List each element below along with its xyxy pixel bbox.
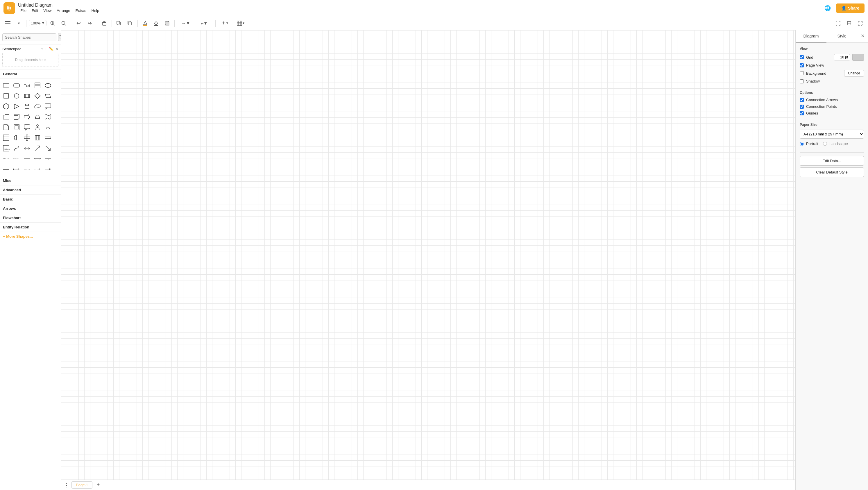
background-checkbox[interactable] — [800, 71, 804, 75]
zoom-in-button[interactable] — [48, 18, 58, 28]
category-entity-relation[interactable]: Entity Relation — [0, 223, 61, 232]
shape-arrow-right-up[interactable] — [33, 143, 42, 153]
tab-diagram[interactable]: Diagram — [796, 30, 827, 42]
shape-dotted-line[interactable] — [11, 154, 22, 164]
menu-edit[interactable]: Edit — [29, 8, 40, 13]
shape-process[interactable] — [22, 91, 32, 101]
shape-folder-tab[interactable] — [1, 112, 11, 122]
grid-color-box[interactable] — [852, 54, 864, 61]
shape-doc[interactable] — [1, 122, 11, 132]
shape-parallelogram[interactable] — [43, 91, 53, 101]
zoom-out-button[interactable] — [59, 18, 69, 28]
table-button[interactable]: ▼ — [234, 18, 248, 28]
category-arrows[interactable]: Arrows — [0, 204, 61, 213]
shape-trapezoid[interactable] — [33, 112, 42, 122]
shape-diamond[interactable] — [33, 91, 42, 101]
shape-rectangle[interactable] — [1, 81, 11, 90]
category-general[interactable]: General — [0, 69, 61, 79]
shape-solid-line[interactable] — [1, 164, 11, 174]
shape-square[interactable] — [1, 91, 11, 101]
shape-ellipse[interactable] — [43, 81, 53, 90]
shape-cross[interactable] — [22, 133, 32, 143]
landscape-radio[interactable] — [823, 142, 827, 146]
add-page-button[interactable]: + — [95, 482, 102, 489]
scratchpad-add-icon[interactable]: + — [45, 47, 47, 51]
line-color-button[interactable] — [151, 18, 161, 28]
guides-checkbox[interactable] — [800, 111, 804, 115]
insert-button[interactable]: + ▼ — [218, 18, 232, 28]
shape-circle[interactable] — [11, 91, 22, 101]
shape-simple-line[interactable] — [22, 154, 32, 164]
zoom-control[interactable]: 100% ▼ — [29, 20, 46, 26]
scratchpad-help-icon[interactable]: ? — [41, 47, 43, 51]
search-input[interactable] — [2, 33, 56, 41]
sidebar-toggle-button[interactable] — [3, 18, 13, 28]
category-advanced[interactable]: Advanced — [0, 185, 61, 195]
shape-line-connector[interactable] — [43, 154, 53, 164]
shape-narrow-rect[interactable] — [43, 133, 53, 143]
edit-data-button[interactable]: Edit Data... — [800, 156, 864, 166]
shape-hexagon[interactable] — [1, 101, 11, 111]
shape-callout[interactable] — [43, 101, 53, 111]
shape-frame[interactable] — [11, 122, 22, 132]
shape-double-arrow[interactable] — [22, 143, 32, 153]
page-tab[interactable]: Page-1 — [71, 481, 92, 489]
paper-size-select[interactable]: A4 (210 mm x 297 mm) A3 (297 mm x 420 mm… — [800, 130, 864, 139]
fullscreen-button[interactable] — [855, 18, 865, 28]
category-flowchart[interactable]: Flowchart — [0, 213, 61, 223]
clear-default-style-button[interactable]: Clear Default Style — [800, 167, 864, 177]
shape-half-circle-left[interactable] — [11, 133, 22, 143]
shape-bracket[interactable] — [33, 133, 42, 143]
menu-view[interactable]: View — [41, 8, 54, 13]
menu-extras[interactable]: Extras — [73, 8, 89, 13]
close-panel-button[interactable]: ✕ — [857, 30, 868, 42]
shape-dashed-line[interactable] — [1, 154, 11, 164]
grid-pt-input[interactable] — [834, 54, 850, 60]
shape-arc[interactable] — [43, 122, 53, 132]
shape-cube[interactable] — [11, 112, 22, 122]
grid-checkbox[interactable] — [800, 55, 804, 59]
shape-cloud[interactable] — [33, 101, 42, 111]
shape-arrow-line-1[interactable] — [11, 164, 22, 174]
shape-triangle-right[interactable] — [11, 101, 22, 111]
page-view-checkbox[interactable] — [800, 63, 804, 67]
shape-s-curve[interactable] — [11, 143, 22, 153]
redo-button[interactable]: ↪ — [85, 18, 94, 28]
app-title[interactable]: Untitled Diagram — [18, 3, 822, 8]
shape-rounded-rect[interactable] — [11, 81, 22, 90]
category-misc[interactable]: Misc — [0, 176, 61, 185]
connection-style-button[interactable]: →▼ — [177, 18, 194, 28]
change-background-button[interactable]: Change — [844, 70, 864, 77]
category-basic[interactable]: Basic — [0, 195, 61, 204]
connection-points-checkbox[interactable] — [800, 104, 804, 109]
menu-file[interactable]: File — [18, 8, 29, 13]
shape-grid[interactable] — [1, 133, 11, 143]
tab-style[interactable]: Style — [827, 30, 857, 42]
delete-button[interactable] — [99, 18, 109, 28]
shape-note[interactable] — [33, 81, 42, 90]
shape-wave[interactable] — [43, 112, 53, 122]
shape-arrow-line-3[interactable] — [33, 164, 42, 174]
menu-help[interactable]: Help — [89, 8, 101, 13]
portrait-radio[interactable] — [800, 142, 804, 146]
page-options-button[interactable]: ⋮ — [64, 482, 69, 488]
sidebar-toggle-arrow[interactable]: ▼ — [14, 18, 24, 28]
scratchpad-edit-icon[interactable]: ✏️ — [49, 47, 54, 51]
to-back-button[interactable] — [125, 18, 135, 28]
shape-arrow-down-right[interactable] — [43, 143, 53, 153]
shadow-button[interactable] — [162, 18, 172, 28]
connection-arrows-checkbox[interactable] — [800, 98, 804, 102]
scratchpad-close-icon[interactable]: ✕ — [55, 47, 58, 51]
shape-cylinder[interactable] — [22, 101, 32, 111]
reset-view-button[interactable] — [844, 18, 854, 28]
shape-person[interactable] — [33, 122, 42, 132]
shape-arrow-shape[interactable] — [22, 112, 32, 122]
shape-line-arrows[interactable] — [33, 154, 42, 164]
search-button[interactable] — [58, 33, 61, 41]
menu-arrange[interactable]: Arrange — [54, 8, 72, 13]
shape-text[interactable]: Text — [22, 81, 32, 90]
fit-page-button[interactable] — [833, 18, 843, 28]
shape-arrow-line-4[interactable] — [43, 164, 53, 174]
fill-color-button[interactable] — [140, 18, 150, 28]
share-button[interactable]: 👤 Share — [836, 3, 865, 13]
